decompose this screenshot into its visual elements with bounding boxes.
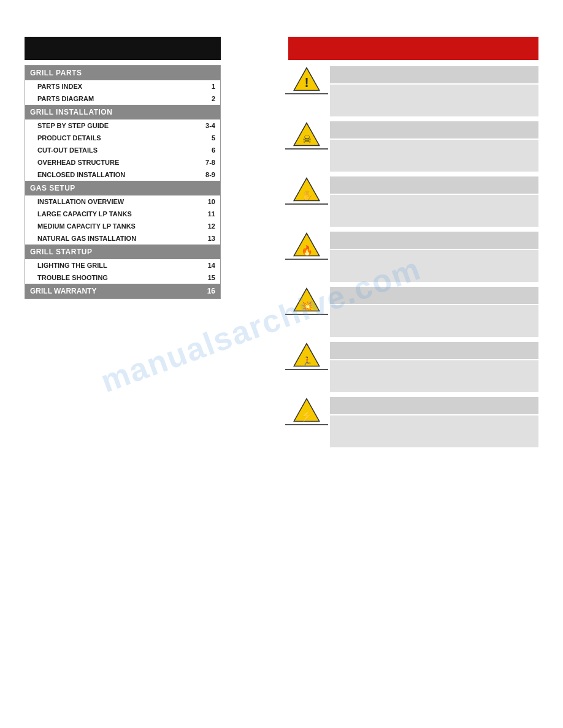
page-container: GRILL PARTS PARTS INDEX 1 PARTS DIAGRAM … bbox=[0, 0, 563, 728]
warning-icon-area-1: ! bbox=[288, 66, 325, 94]
toc-header-grill-startup: GRILL STARTUP bbox=[25, 245, 220, 259]
toc-item-page: 7-8 bbox=[205, 159, 215, 166]
svg-text:💥: 💥 bbox=[302, 301, 313, 311]
toc-item-page: 2 bbox=[212, 95, 215, 102]
fire-icon: 🔥 bbox=[293, 232, 321, 257]
top-black-bar bbox=[25, 37, 221, 60]
warning-title-bar-3 bbox=[330, 176, 538, 194]
toc-item-installation-overview: INSTALLATION OVERVIEW 10 bbox=[25, 195, 220, 208]
toc-item-page: 1 bbox=[212, 83, 215, 90]
warning-title-bar-2 bbox=[330, 121, 538, 138]
svg-text:☠: ☠ bbox=[302, 134, 312, 145]
toc-item-label: MEDIUM CAPACITY LP TANKS bbox=[37, 222, 136, 230]
warning-body-5 bbox=[330, 305, 538, 337]
toc-item-label: PARTS DIAGRAM bbox=[37, 95, 94, 102]
warning-icon-area-4: 🔥 bbox=[288, 232, 325, 260]
toc-item-enclosed-installation: ENCLOSED INSTALLATION 8-9 bbox=[25, 169, 220, 181]
warning-card-7: ⚡ bbox=[288, 397, 538, 447]
toc-item-page: 12 bbox=[208, 222, 215, 230]
toc-item-label: PRODUCT DETAILS bbox=[37, 134, 101, 142]
warning-title-bar-6 bbox=[330, 342, 538, 359]
warning-label-underline bbox=[285, 203, 328, 205]
toc-item-step-by-step: STEP BY STEP GUIDE 3-4 bbox=[25, 119, 220, 132]
toc-item-label: LIGHTING THE GRILL bbox=[37, 262, 107, 269]
toc-header-grill-installation: GRILL INSTALLATION bbox=[25, 105, 220, 119]
toc-item-page: 3-4 bbox=[205, 122, 215, 129]
toc-item-page: 11 bbox=[208, 210, 215, 218]
warning-text-area-6 bbox=[330, 342, 538, 392]
toc-item-page: 5 bbox=[212, 134, 215, 142]
warning-icon-area-6: 🏃 bbox=[288, 342, 325, 370]
warning-body-1 bbox=[330, 85, 538, 116]
toc-item-cutout-details: CUT-OUT DETAILS 6 bbox=[25, 144, 220, 156]
warning-label-underline bbox=[285, 148, 328, 150]
svg-text:!: ! bbox=[304, 75, 308, 90]
skull-icon: ☠ bbox=[293, 121, 321, 147]
warning-icon-area-3: ✋ bbox=[288, 176, 325, 205]
toc-item-label: LARGE CAPACITY LP TANKS bbox=[37, 210, 132, 218]
svg-text:🏃: 🏃 bbox=[302, 356, 313, 366]
warning-body-6 bbox=[330, 360, 538, 392]
warning-icon-area-2: ☠ bbox=[288, 121, 325, 150]
toc-item-parts-index: PARTS INDEX 1 bbox=[25, 80, 220, 93]
warning-label-underline bbox=[285, 93, 328, 94]
toc-item-parts-diagram: PARTS DIAGRAM 2 bbox=[25, 93, 220, 105]
warning-icon-area-5: 💥 bbox=[288, 287, 325, 315]
warning-card-4: 🔥 bbox=[288, 232, 538, 282]
toc-item-medium-lp: MEDIUM CAPACITY LP TANKS 12 bbox=[25, 220, 220, 232]
warning-text-area-5 bbox=[330, 287, 538, 337]
toc-item-natural-gas: NATURAL GAS INSTALLATION 13 bbox=[25, 232, 220, 245]
toc-header-gas-setup: GAS SETUP bbox=[25, 181, 220, 195]
warning-label-underline bbox=[285, 369, 328, 370]
toc-item-large-lp: LARGE CAPACITY LP TANKS 11 bbox=[25, 208, 220, 220]
warning-text-area-4 bbox=[330, 232, 538, 282]
toc-warranty-page: 16 bbox=[207, 287, 215, 295]
warning-title-bar-5 bbox=[330, 287, 538, 304]
toc-item-label: INSTALLATION OVERVIEW bbox=[37, 198, 124, 205]
toc-item-label: ENCLOSED INSTALLATION bbox=[37, 171, 125, 178]
toc-item-label: PARTS INDEX bbox=[37, 83, 82, 90]
toc-item-label: OVERHEAD STRUCTURE bbox=[37, 159, 119, 166]
toc-item-trouble-shooting: TROUBLE SHOOTING 15 bbox=[25, 271, 220, 284]
toc-item-page: 14 bbox=[208, 262, 215, 269]
lightning-icon: ⚡ bbox=[293, 397, 321, 423]
toc-item-page: 6 bbox=[212, 146, 215, 154]
warning-text-area-3 bbox=[330, 176, 538, 227]
warning-card-3: ✋ bbox=[288, 176, 538, 227]
warning-label-underline bbox=[285, 314, 328, 315]
warning-card-2: ☠ bbox=[288, 121, 538, 172]
toc-item-lighting: LIGHTING THE GRILL 14 bbox=[25, 259, 220, 271]
toc-item-label: STEP BY STEP GUIDE bbox=[37, 122, 109, 129]
toc-warranty-label: GRILL WARRANTY bbox=[30, 287, 96, 295]
warning-card-6: 🏃 bbox=[288, 342, 538, 392]
person-icon: 🏃 bbox=[293, 342, 321, 368]
warning-body-7 bbox=[330, 415, 538, 447]
hand-icon: ✋ bbox=[293, 176, 321, 202]
toc-item-label: CUT-OUT DETAILS bbox=[37, 146, 98, 154]
warning-icon-area-7: ⚡ bbox=[288, 397, 325, 425]
warning-title-bar-7 bbox=[330, 397, 538, 414]
warning-text-area-2 bbox=[330, 121, 538, 172]
warning-card-5: 💥 bbox=[288, 287, 538, 337]
left-column: GRILL PARTS PARTS INDEX 1 PARTS DIAGRAM … bbox=[25, 37, 270, 299]
warning-label-underline bbox=[285, 424, 328, 425]
explosion-icon: 💥 bbox=[293, 287, 321, 313]
toc-item-product-details: PRODUCT DETAILS 5 bbox=[25, 132, 220, 144]
warning-card-1: ! bbox=[288, 66, 538, 116]
warning-label-underline bbox=[285, 259, 328, 260]
toc-item-overhead-structure: OVERHEAD STRUCTURE 7-8 bbox=[25, 156, 220, 169]
svg-text:✋: ✋ bbox=[301, 189, 313, 201]
warning-body-4 bbox=[330, 250, 538, 282]
warning-body-3 bbox=[330, 195, 538, 227]
toc-item-label: TROUBLE SHOOTING bbox=[37, 274, 108, 281]
toc-item-page: 15 bbox=[208, 274, 215, 281]
toc-item-page: 10 bbox=[208, 198, 215, 205]
warning-body-2 bbox=[330, 140, 538, 172]
toc-item-page: 13 bbox=[208, 235, 215, 242]
toc-item-label: NATURAL GAS INSTALLATION bbox=[37, 235, 136, 242]
toc-warranty-row: GRILL WARRANTY 16 bbox=[25, 284, 220, 298]
table-of-contents: GRILL PARTS PARTS INDEX 1 PARTS DIAGRAM … bbox=[25, 65, 221, 299]
svg-text:🔥: 🔥 bbox=[301, 245, 313, 256]
toc-header-grill-parts: GRILL PARTS bbox=[25, 66, 220, 80]
svg-text:⚡: ⚡ bbox=[301, 409, 314, 422]
